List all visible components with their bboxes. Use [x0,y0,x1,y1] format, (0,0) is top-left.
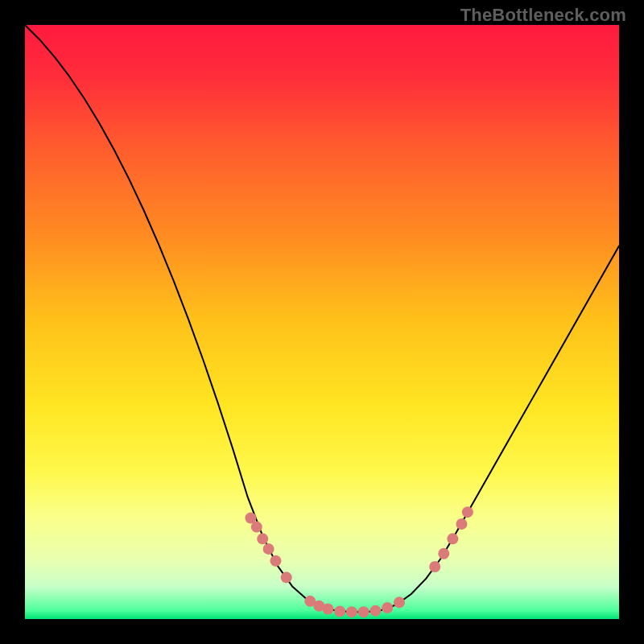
chart-svg [25,25,619,619]
highlight-dot [263,543,275,555]
highlight-dot [358,606,369,617]
highlight-dot [251,522,262,533]
highlight-dot [382,602,393,613]
highlight-dot [322,603,333,614]
highlight-dot [462,506,473,518]
highlight-dot [281,572,292,583]
highlight-dot [456,518,467,530]
highlight-dot [429,561,440,572]
highlight-dot [369,605,381,617]
highlight-dot [270,555,281,567]
highlight-dot [438,548,449,559]
highlight-dot [394,597,405,608]
highlight-dot [346,606,357,617]
highlight-dot [257,533,268,544]
chart-plot-area [25,25,619,619]
watermark-text: TheBottleneck.com [460,5,626,26]
highlight-dot [334,605,345,617]
chart-background [25,25,619,619]
highlight-dot [447,533,458,544]
